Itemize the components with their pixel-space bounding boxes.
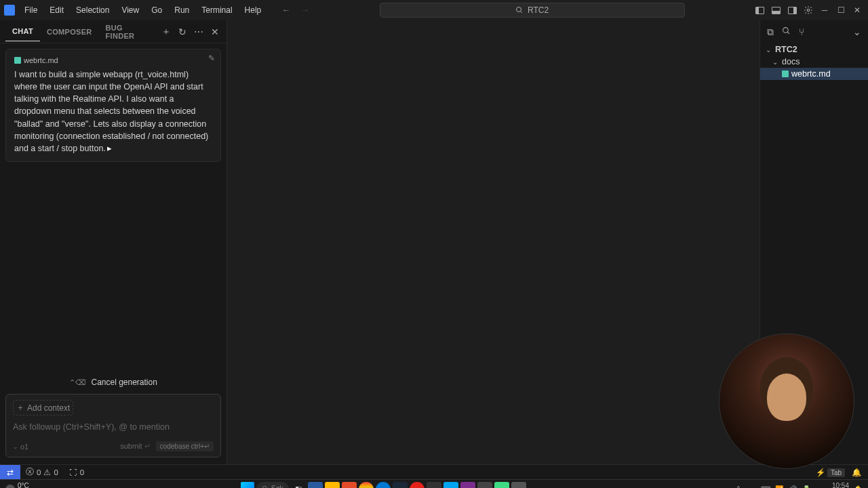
explorer-root[interactable]: ⌄ RTC2 — [760, 43, 868, 56]
taskbar-app-6[interactable] — [393, 482, 408, 489]
text-cursor: ▸ — [107, 142, 112, 155]
weather-temp: 0°C — [18, 483, 33, 488]
problems-button[interactable]: ⓧ0 ⚠0 — [20, 467, 64, 477]
search-icon — [262, 485, 269, 489]
notifications-button[interactable]: 🔔 — [852, 468, 861, 477]
chat-input-box: ＋ Add context Ask followup (Ctrl+Shift+Y… — [5, 394, 221, 458]
taskbar-clock[interactable]: 10:54 18.12.2024 — [815, 482, 849, 489]
chevron-down-icon: ⌄ — [766, 46, 772, 54]
tray-chevron[interactable]: ^ — [734, 485, 743, 489]
app-icon — [0, 5, 19, 16]
layout-right-button[interactable] — [785, 3, 799, 17]
explorer-folder-docs[interactable]: ⌄ docs — [760, 56, 868, 68]
settings-button[interactable] — [802, 3, 815, 17]
menu-go[interactable]: Go — [146, 3, 167, 18]
tray-onedrive-icon[interactable]: ☁ — [747, 485, 757, 489]
menu-view[interactable]: View — [116, 3, 144, 18]
title-bar: File Edit Selection View Go Run Terminal… — [0, 0, 868, 20]
taskbar-app-4[interactable] — [359, 482, 374, 489]
nav-forward-button[interactable]: → — [299, 5, 311, 15]
taskbar-app-2[interactable] — [325, 482, 340, 489]
markdown-icon — [14, 57, 21, 64]
nav-back-button[interactable]: ← — [280, 5, 292, 15]
more-button[interactable]: ⋯ — [193, 26, 205, 38]
markdown-icon — [782, 70, 789, 77]
taskbar-app-7[interactable] — [410, 482, 425, 489]
window-minimize-button[interactable]: ─ — [818, 3, 831, 17]
message-file-ref[interactable]: webrtc.md — [14, 56, 212, 64]
tray-volume-icon[interactable]: 🔊 — [788, 485, 797, 489]
layout-bottom-button[interactable] — [769, 3, 783, 17]
status-bar: ⇄ ⓧ0 ⚠0 ⛶0 ⚡ Tab 🔔 — [0, 464, 868, 479]
explorer-files-button[interactable]: ⧉ — [767, 26, 774, 38]
svg-point-2 — [807, 9, 810, 12]
command-search[interactable]: RTC2 — [380, 3, 685, 18]
editor-area — [227, 20, 760, 464]
weather-icon — [5, 485, 15, 489]
file-ref-label: webrtc.md — [24, 56, 58, 64]
remote-button[interactable]: ⇄ — [0, 465, 20, 479]
nav-arrows: ← → — [280, 5, 311, 15]
menu-selection[interactable]: Selection — [71, 3, 115, 18]
cancel-label: Cancel generation — [91, 378, 157, 387]
explorer-file-webrtc[interactable]: webrtc.md — [760, 68, 868, 80]
model-selector[interactable]: ⌄ o1 — [13, 443, 28, 451]
taskbar-app-11[interactable] — [477, 482, 492, 489]
gear-icon — [804, 5, 813, 15]
submit-button[interactable]: submit ↵ — [120, 442, 150, 451]
menu-run[interactable]: Run — [169, 3, 195, 18]
window-maximize-button[interactable]: ☐ — [834, 3, 848, 17]
taskbar-app-9[interactable] — [443, 482, 458, 489]
history-button[interactable]: ↻ — [176, 26, 189, 38]
weather-widget[interactable]: 0°C Skyet — [5, 483, 33, 488]
explorer-search-button[interactable] — [782, 26, 791, 38]
error-icon: ⓧ — [26, 467, 34, 477]
menu-terminal[interactable]: Terminal — [196, 3, 237, 18]
layout-left-button[interactable] — [753, 3, 766, 17]
tray-wifi-icon[interactable]: 📶 — [774, 485, 784, 489]
taskbar-app-3[interactable] — [342, 482, 357, 489]
window-close-button[interactable]: ✕ — [850, 3, 864, 17]
taskbar-app-8[interactable] — [427, 482, 441, 489]
tab-composer[interactable]: COMPOSER — [40, 22, 99, 41]
svg-line-1 — [521, 12, 523, 14]
taskbar-app-12[interactable] — [494, 482, 509, 489]
clock-time: 10:54 — [815, 482, 849, 489]
tray-battery-icon[interactable]: 🔋 — [802, 485, 811, 489]
close-panel-button[interactable]: ✕ — [209, 26, 221, 38]
tab-chat[interactable]: CHAT — [5, 22, 40, 41]
taskbar-app-1[interactable] — [308, 482, 323, 489]
tray-notifications-icon[interactable]: 🔔 — [853, 485, 863, 489]
taskbar-app-5[interactable] — [376, 482, 391, 489]
warning-icon: ⚠ — [43, 468, 51, 477]
add-context-button[interactable]: ＋ Add context — [13, 400, 73, 415]
menu-file[interactable]: File — [19, 3, 43, 18]
explorer-source-control-button[interactable]: ⑂ — [799, 26, 804, 38]
explorer-collapse-button[interactable]: ⌄ — [853, 26, 861, 37]
taskbar-app-13[interactable] — [511, 482, 526, 489]
message-text: I want to build a simple webapp (rt_voic… — [14, 68, 212, 155]
tab-bugfinder[interactable]: BUG FINDER — [99, 18, 160, 45]
taskbar-app-10[interactable] — [460, 482, 475, 489]
plus-icon: ＋ — [16, 402, 24, 413]
warning-count: 0 — [54, 468, 58, 476]
ports-button[interactable]: ⛶0 — [64, 468, 90, 476]
root-label: RTC2 — [775, 45, 797, 54]
chevron-down-icon: ⌄ — [13, 443, 18, 450]
menu-help[interactable]: Help — [239, 3, 267, 18]
cursor-tab-hint[interactable]: ⚡ Tab — [816, 468, 845, 477]
tray-language-icon[interactable]: ⌨ — [761, 485, 770, 489]
start-button[interactable] — [241, 482, 254, 489]
new-chat-button[interactable]: ＋ — [160, 26, 172, 38]
file-label: webrtc.md — [791, 69, 831, 79]
followup-input[interactable]: Ask followup (Ctrl+Shift+Y), @ to mentio… — [13, 420, 214, 434]
menu-edit[interactable]: Edit — [44, 3, 69, 18]
codebase-button[interactable]: codebase ctrl+↵ — [156, 441, 214, 451]
cancel-kbd-hint: ⌃⌫ — [69, 378, 86, 386]
cancel-generation-button[interactable]: ⌃⌫ Cancel generation — [0, 371, 226, 394]
chat-panel: CHAT COMPOSER BUG FINDER ＋ ↻ ⋯ ✕ ✎ webrt… — [0, 20, 227, 464]
task-view-button[interactable]: ◧ — [291, 482, 306, 489]
taskbar-search[interactable]: Søk — [256, 482, 289, 489]
edit-message-button[interactable]: ✎ — [208, 54, 215, 63]
webcam-overlay — [719, 333, 854, 469]
